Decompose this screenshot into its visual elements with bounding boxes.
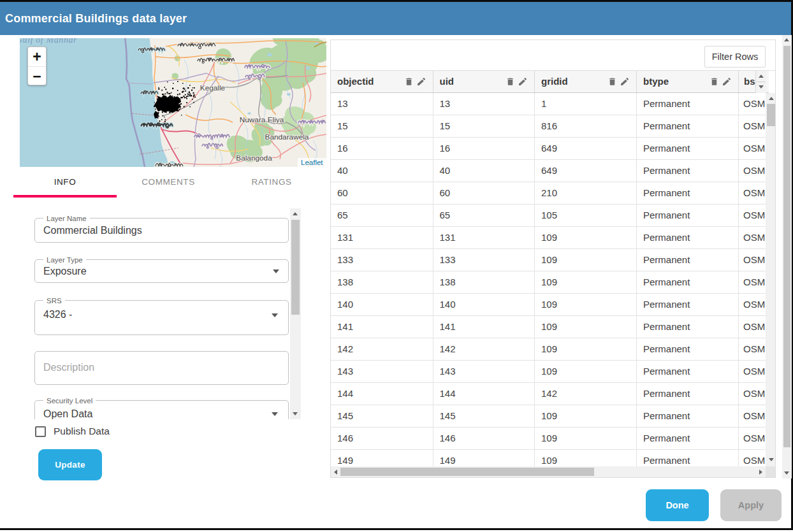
table-cell: 60 <box>433 182 535 204</box>
tab-bar: INFO COMMENTS RATINGS <box>13 168 323 198</box>
table-cell: Permanent <box>637 227 739 248</box>
security-level-field[interactable]: Security Level Open Data <box>34 400 289 419</box>
grid-hscroll-left-icon[interactable] <box>334 470 337 475</box>
table-cell: OSM <box>739 428 766 449</box>
security-level-value: Open Data <box>43 408 92 419</box>
table-row[interactable]: 146146109PermanentOSM <box>331 428 766 450</box>
zoom-in-button[interactable]: + <box>28 47 46 66</box>
srs-field[interactable]: SRS 4326 - <box>34 300 289 335</box>
table-row[interactable]: 142142109PermanentOSM <box>331 338 766 361</box>
table-cell: Permanent <box>637 338 739 360</box>
edit-column-icon[interactable] <box>722 76 732 87</box>
grid-header-scroll-up-icon[interactable] <box>759 75 764 78</box>
table-row[interactable]: 131131109PermanentOSM <box>331 227 766 249</box>
grid-vscrollbar-thumb[interactable] <box>767 104 775 126</box>
column-header-uid[interactable]: uid <box>433 71 535 92</box>
form-scrollbar-up-icon[interactable] <box>293 212 298 215</box>
window-frame-bottom <box>0 528 793 530</box>
delete-column-icon[interactable] <box>709 76 719 87</box>
edit-column-icon[interactable] <box>416 76 426 87</box>
table-cell: 138 <box>331 271 433 293</box>
table-row[interactable]: 149149109PermanentOSM <box>331 450 766 468</box>
table-cell: 109 <box>535 249 637 271</box>
form-scrollbar-thumb[interactable] <box>291 220 300 315</box>
grid-vscroll-up-icon[interactable] <box>769 97 774 100</box>
delete-column-icon[interactable] <box>404 76 414 87</box>
table-cell: OSM <box>739 361 766 382</box>
table-cell: OSM <box>739 115 766 137</box>
table-cell: 131 <box>433 227 535 248</box>
column-header-btype[interactable]: btype <box>637 71 739 92</box>
table-cell: 138 <box>433 271 535 293</box>
table-cell: OSM <box>739 383 766 405</box>
table-cell: Permanent <box>637 294 739 315</box>
table-row[interactable]: 133133109PermanentOSM <box>331 249 766 271</box>
edit-column-icon[interactable] <box>620 76 630 87</box>
table-cell: 210 <box>535 182 637 204</box>
grid-header-scroll-down-icon[interactable] <box>759 85 764 89</box>
table-cell: 13 <box>331 93 433 115</box>
table-row[interactable]: 141141109PermanentOSM <box>331 316 766 338</box>
table-cell: OSM <box>739 249 766 271</box>
delete-column-icon[interactable] <box>506 76 515 87</box>
description-field[interactable]: Description <box>34 351 289 385</box>
map-attribution-link[interactable]: Leaflet <box>301 159 323 166</box>
srs-dropdown-icon <box>272 313 278 317</box>
publish-data-checkbox[interactable] <box>35 426 46 437</box>
layer-type-field[interactable]: Layer Type Exposure <box>34 259 289 283</box>
table-row[interactable]: 6060210PermanentOSM <box>331 182 766 205</box>
grid-hscrollbar-thumb[interactable] <box>340 468 594 476</box>
column-header-gridid[interactable]: gridid <box>535 71 637 92</box>
layer-name-field[interactable]: Layer Name Commercial Buildings <box>34 218 289 243</box>
layer-info-form: Layer Name Commercial Buildings Layer Ty… <box>23 208 301 419</box>
tab-info[interactable]: INFO <box>13 168 117 195</box>
table-cell: 65 <box>331 205 433 226</box>
table-row[interactable]: 145145109PermanentOSM <box>331 405 766 428</box>
update-button[interactable]: Update <box>38 449 102 480</box>
layer-type-value: Exposure <box>43 266 87 277</box>
form-scrollbar-down-icon[interactable] <box>293 412 298 415</box>
description-placeholder: Description <box>43 362 94 373</box>
table-row[interactable]: 138138109PermanentOSM <box>331 271 766 294</box>
srs-label: SRS <box>43 297 65 305</box>
table-cell: 144 <box>331 383 433 405</box>
table-row[interactable]: 13131PermanentOSM <box>331 93 766 115</box>
filter-rows-button[interactable]: Filter Rows <box>704 46 766 68</box>
grid-header-row: objectiduidgrididbtypebso <box>331 71 769 93</box>
table-row[interactable]: 1616649PermanentOSM <box>331 138 766 160</box>
table-cell: Permanent <box>637 249 739 271</box>
table-cell: 649 <box>535 138 637 159</box>
table-cell: OSM <box>739 93 766 115</box>
edit-column-icon[interactable] <box>518 76 528 87</box>
dialog-scroll-up-icon[interactable] <box>784 38 789 41</box>
table-row[interactable]: 6565105PermanentOSM <box>331 205 766 227</box>
map[interactable]: Kegalle Nuwara Eliya Bandarawela Balango… <box>20 38 326 167</box>
done-button[interactable]: Done <box>646 489 709 521</box>
table-row[interactable]: 4040649PermanentOSM <box>331 160 766 182</box>
grid-hscroll-right-icon[interactable] <box>759 470 762 475</box>
grid-vscrollbar[interactable] <box>766 93 775 468</box>
table-cell: 109 <box>535 338 637 360</box>
zoom-out-button[interactable]: − <box>28 67 46 86</box>
table-cell: 144 <box>433 383 535 405</box>
dialog-header: Commercial Buildings data layer <box>0 2 791 35</box>
table-cell: OSM <box>739 138 766 159</box>
publish-data-row: Publish Data <box>35 426 110 437</box>
dialog-scroll-down-icon[interactable] <box>784 471 789 475</box>
table-row[interactable]: 1515816PermanentOSM <box>331 115 766 138</box>
tab-comments[interactable]: COMMENTS <box>117 168 220 195</box>
table-row[interactable]: 140140109PermanentOSM <box>331 294 766 316</box>
delete-column-icon[interactable] <box>607 76 617 87</box>
table-cell: 146 <box>433 428 535 449</box>
table-row[interactable]: 143143109PermanentOSM <box>331 361 766 383</box>
grid-header-scrollbar[interactable] <box>755 71 766 93</box>
tab-ratings[interactable]: RATINGS <box>220 168 323 195</box>
column-header-objectid[interactable]: objectid <box>331 71 433 92</box>
apply-button[interactable]: Apply <box>720 489 782 521</box>
table-cell: 60 <box>331 182 433 204</box>
grid-vscroll-down-icon[interactable] <box>769 458 774 461</box>
table-cell: 109 <box>535 361 637 382</box>
table-cell: Permanent <box>637 138 739 159</box>
table-row[interactable]: 144144142PermanentOSM <box>331 383 766 405</box>
dialog-scrollbar-thumb[interactable] <box>783 46 791 447</box>
